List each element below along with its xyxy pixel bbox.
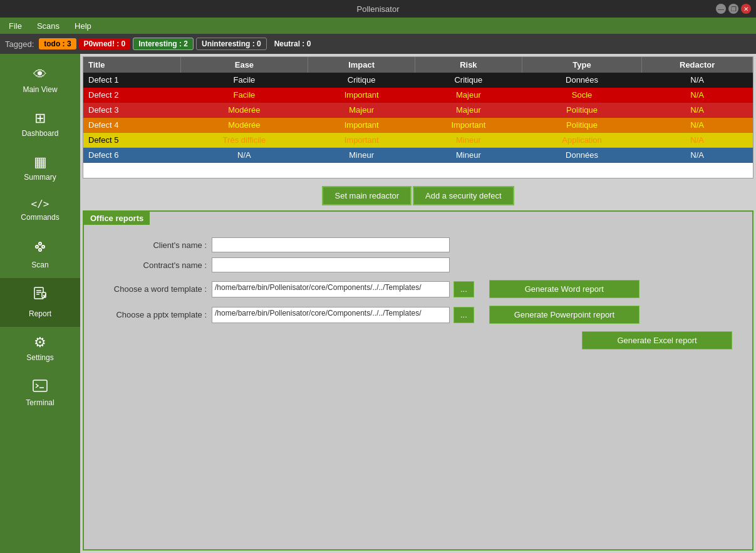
pptx-template-path: /home/barre/bin/Pollenisator/core/Compon… bbox=[212, 307, 450, 323]
svg-rect-11 bbox=[36, 294, 39, 295]
contract-name-row: Contract's name : bbox=[94, 257, 742, 272]
eye-icon: 👁 bbox=[33, 68, 47, 81]
pptx-browse-button[interactable]: ... bbox=[453, 307, 474, 323]
sidebar-label-terminal: Terminal bbox=[26, 398, 54, 407]
svg-point-1 bbox=[39, 242, 41, 245]
terminal-icon bbox=[33, 380, 48, 395]
set-main-redactor-button[interactable]: Set main redactor bbox=[322, 186, 412, 205]
titlebar: Pollenisator — ❐ ✕ bbox=[0, 0, 756, 18]
svg-rect-10 bbox=[36, 292, 41, 293]
tag-pwned[interactable]: P0wned! : 0 bbox=[79, 38, 131, 49]
pptx-template-label: Choose a pptx template : bbox=[94, 310, 207, 319]
sidebar-label-dashboard: Dashboard bbox=[22, 129, 59, 138]
col-title: Title bbox=[83, 57, 180, 73]
col-risk: Risk bbox=[415, 57, 522, 73]
table-header-row: Title Ease Impact Risk Type Redactor bbox=[83, 57, 753, 73]
sidebar-label-scan: Scan bbox=[31, 261, 48, 269]
summary-icon: ▦ bbox=[34, 155, 47, 169]
col-impact: Impact bbox=[308, 57, 415, 73]
contract-name-input[interactable] bbox=[212, 257, 450, 272]
scan-icon bbox=[33, 239, 48, 257]
app-title: Pollenisator bbox=[357, 4, 400, 14]
tag-neutral[interactable]: Neutral : 0 bbox=[269, 38, 316, 49]
menu-help[interactable]: Help bbox=[71, 20, 95, 32]
word-template-row: Choose a word template : /home/barre/bin… bbox=[94, 280, 742, 298]
action-buttons: Set main redactor Add a security defect bbox=[80, 181, 756, 210]
table-row[interactable]: Defect 5Très difficileImportantMineurApp… bbox=[83, 133, 753, 148]
content-area: Title Ease Impact Risk Type Redactor Def… bbox=[80, 54, 756, 553]
sidebar-item-dashboard[interactable]: ⊞ Dashboard bbox=[0, 103, 80, 147]
defects-table-container: Title Ease Impact Risk Type Redactor Def… bbox=[83, 56, 753, 178]
settings-icon: ⚙ bbox=[34, 336, 46, 349]
tagsbar: Tagged: todo : 3 P0wned! : 0 Interesting… bbox=[0, 34, 756, 54]
menubar: File Scans Help bbox=[0, 18, 756, 34]
svg-point-0 bbox=[36, 245, 38, 248]
client-name-row: Client's name : bbox=[94, 237, 742, 252]
generate-powerpoint-button[interactable]: Generate Powerpoint report bbox=[489, 306, 639, 324]
window-controls: — ❐ ✕ bbox=[716, 4, 751, 14]
sidebar-item-summary[interactable]: ▦ Summary bbox=[0, 147, 80, 190]
menu-file[interactable]: File bbox=[5, 20, 26, 32]
tagged-label: Tagged: bbox=[5, 39, 34, 49]
excel-row: Generate Excel report bbox=[94, 331, 742, 349]
client-name-input[interactable] bbox=[212, 237, 450, 252]
tag-todo[interactable]: todo : 3 bbox=[39, 38, 76, 49]
word-template-label: Choose a word template : bbox=[94, 284, 207, 294]
dashboard-icon: ⊞ bbox=[34, 111, 46, 125]
sidebar-label-summary: Summary bbox=[24, 173, 56, 182]
table-row[interactable]: Defect 2FacileImportantMajeurSocleN/A bbox=[83, 88, 753, 103]
tag-uninteresting[interactable]: Uninteresting : 0 bbox=[196, 38, 267, 50]
commands-icon: </> bbox=[31, 199, 49, 209]
menu-scans[interactable]: Scans bbox=[33, 20, 63, 32]
sidebar-label-commands: Commands bbox=[21, 213, 59, 222]
office-reports-section: Office reports Client's name : Contract'… bbox=[83, 210, 753, 550]
sidebar-item-commands[interactable]: </> Commands bbox=[0, 190, 80, 230]
defects-table: Title Ease Impact Risk Type Redactor Def… bbox=[83, 57, 753, 163]
sidebar-item-settings[interactable]: ⚙ Settings bbox=[0, 327, 80, 371]
contract-name-label: Contract's name : bbox=[94, 261, 207, 270]
sidebar-label-main-view: Main View bbox=[23, 85, 57, 94]
sidebar: 👁 Main View ⊞ Dashboard ▦ Summary </> Co… bbox=[0, 54, 80, 553]
sidebar-item-main-view[interactable]: 👁 Main View bbox=[0, 59, 80, 103]
table-row[interactable]: Defect 4ModéréeImportantImportantPolitiq… bbox=[83, 118, 753, 133]
sidebar-label-settings: Settings bbox=[26, 353, 53, 362]
svg-point-3 bbox=[39, 249, 41, 251]
main-layout: 👁 Main View ⊞ Dashboard ▦ Summary </> Co… bbox=[0, 54, 756, 553]
table-row[interactable]: Defect 3ModéréeMajeurMajeurPolitiqueN/A bbox=[83, 103, 753, 118]
word-browse-button[interactable]: ... bbox=[453, 281, 474, 297]
close-button[interactable]: ✕ bbox=[741, 4, 751, 14]
svg-point-2 bbox=[42, 245, 44, 248]
office-reports-title: Office reports bbox=[84, 212, 150, 225]
table-row[interactable]: Defect 6N/AMineurMineurDonnéesN/A bbox=[83, 148, 753, 163]
generate-excel-button[interactable]: Generate Excel report bbox=[582, 331, 732, 349]
col-ease: Ease bbox=[180, 57, 308, 73]
pptx-template-row: Choose a pptx template : /home/barre/bin… bbox=[94, 306, 742, 324]
sidebar-item-report[interactable]: Report bbox=[0, 278, 80, 327]
client-name-label: Client's name : bbox=[94, 240, 207, 250]
svg-rect-13 bbox=[33, 380, 47, 391]
generate-word-button[interactable]: Generate Word report bbox=[489, 280, 639, 298]
tag-interesting[interactable]: Interesting : 2 bbox=[133, 38, 194, 50]
report-icon bbox=[33, 287, 47, 306]
sidebar-label-report: Report bbox=[29, 309, 51, 318]
table-row[interactable]: Defect 1FacileCritiqueCritiqueDonnéesN/A bbox=[83, 73, 753, 88]
word-template-path: /home/barre/bin/Pollenisator/core/Compon… bbox=[212, 281, 450, 297]
reports-inner: Client's name : Contract's name : Choose… bbox=[84, 232, 752, 359]
sidebar-item-scan[interactable]: Scan bbox=[0, 230, 80, 278]
minimize-button[interactable]: — bbox=[716, 4, 726, 14]
add-security-defect-button[interactable]: Add a security defect bbox=[413, 186, 514, 205]
restore-button[interactable]: ❐ bbox=[728, 4, 738, 14]
col-redactor: Redactor bbox=[642, 57, 753, 73]
col-type: Type bbox=[522, 57, 642, 73]
sidebar-item-terminal[interactable]: Terminal bbox=[0, 371, 80, 416]
svg-rect-9 bbox=[36, 290, 41, 291]
